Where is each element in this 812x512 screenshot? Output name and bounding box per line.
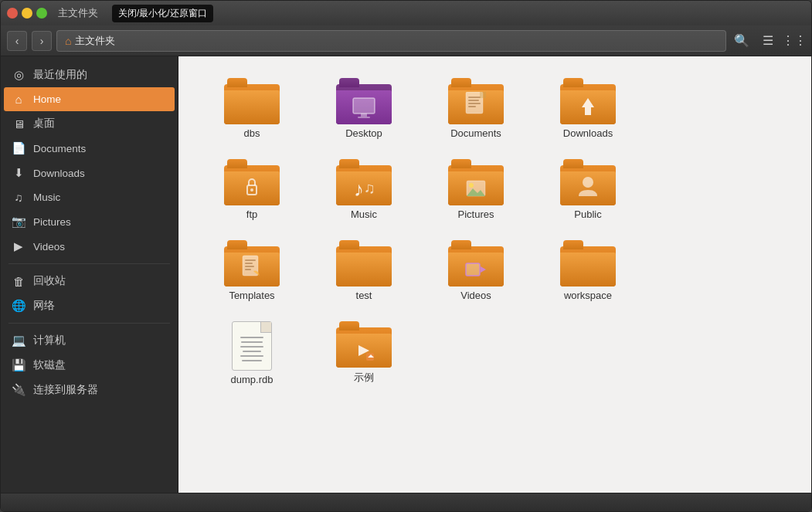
file-item-dbs[interactable]: dbs [202, 72, 302, 145]
folder-icon-desktop [336, 78, 392, 124]
file-item-test[interactable]: test [314, 234, 414, 307]
doc-icon-dump [232, 321, 272, 371]
file-item-public[interactable]: Public [538, 153, 638, 226]
file-label-test: test [356, 290, 372, 301]
folder-icon-documents [448, 78, 504, 124]
folder-icon-downloads [560, 78, 616, 124]
sidebar-item-documents[interactable]: 📄 Documents [1, 136, 178, 161]
folder-icon-dbs [224, 78, 280, 124]
sidebar-label-home: Home [33, 93, 61, 105]
file-label-workspace: workspace [564, 290, 612, 301]
file-item-music[interactable]: ♪ ♫ Music [314, 153, 414, 226]
sidebar-item-recent[interactable]: ◎ 最近使用的 [1, 63, 178, 87]
documents-icon: 📄 [12, 141, 25, 155]
toolbar-right-actions: 🔍 ☰ ⋮⋮ [731, 30, 805, 52]
sidebar-label-documents: Documents [33, 143, 86, 154]
grid-view-button[interactable]: ⋮⋮ [783, 30, 805, 52]
sidebar: ◎ 最近使用的 ⌂ Home 🖥 桌面 📄 Documents ⬇ Downlo… [1, 56, 178, 493]
window-title: 主文件夹 [58, 6, 98, 20]
location-bar[interactable]: ⌂ 主文件夹 [56, 30, 726, 52]
desktop-icon: 🖥 [12, 117, 25, 131]
sidebar-item-trash[interactable]: 🗑 回收站 [1, 269, 178, 293]
trash-icon: 🗑 [12, 275, 25, 288]
svg-rect-8 [480, 92, 486, 98]
downloads-icon: ⬇ [12, 166, 25, 180]
file-item-dump[interactable]: dump.rdb [202, 315, 302, 392]
window-tooltip: 关闭/最小化/还原窗口 [112, 5, 213, 22]
file-label-documents: Documents [450, 127, 501, 139]
file-label-videos: Videos [460, 290, 491, 301]
svg-text:♪: ♪ [354, 178, 364, 201]
file-item-templates[interactable]: Templates [202, 234, 302, 307]
sidebar-divider-2 [8, 323, 170, 324]
sidebar-item-connect[interactable]: 🔌 连接到服务器 [1, 378, 178, 402]
forward-button[interactable]: › [32, 31, 52, 51]
maximize-button[interactable] [36, 8, 47, 19]
sidebar-item-computer[interactable]: 💻 计算机 [1, 328, 178, 353]
pictures-icon: 📷 [12, 215, 25, 229]
sidebar-item-videos[interactable]: ▶ Videos [1, 234, 178, 259]
minimize-button[interactable] [22, 8, 32, 19]
file-label-pictures: Pictures [458, 209, 494, 220]
search-button[interactable]: 🔍 [731, 30, 753, 52]
svg-rect-7 [468, 106, 476, 107]
main-content: ◎ 最近使用的 ⌂ Home 🖥 桌面 📄 Documents ⬇ Downlo… [1, 56, 811, 493]
folder-icon-example [336, 321, 392, 368]
folder-icon-test [336, 240, 392, 287]
sidebar-label-connect: 连接到服务器 [33, 383, 98, 397]
floppy-icon: 💾 [12, 358, 25, 372]
connect-icon: 🔌 [12, 383, 25, 397]
file-item-videos[interactable]: Videos [426, 234, 526, 307]
network-icon: 🌐 [12, 299, 25, 313]
home-icon: ⌂ [65, 35, 71, 47]
file-label-public: Public [574, 209, 601, 220]
file-label-example: 示例 [354, 371, 374, 385]
sidebar-label-computer: 计算机 [33, 334, 66, 348]
svg-rect-1 [361, 114, 367, 117]
file-item-downloads[interactable]: Downloads [538, 72, 638, 145]
folder-icon-workspace [560, 240, 616, 287]
file-item-example[interactable]: 示例 [314, 315, 414, 392]
sidebar-item-home[interactable]: ⌂ Home [4, 87, 175, 111]
videos-icon: ▶ [12, 239, 25, 253]
list-view-button[interactable]: ☰ [757, 30, 779, 52]
svg-text:♫: ♫ [364, 179, 375, 196]
sidebar-label-music: Music [33, 192, 60, 203]
file-label-music: Music [351, 209, 377, 220]
svg-rect-0 [353, 98, 375, 114]
file-item-pictures[interactable]: Pictures [426, 153, 526, 226]
file-manager-window: 主文件夹 关闭/最小化/还原窗口 ‹ › ⌂ 主文件夹 🔍 ☰ ⋮⋮ ◎ 最近使… [0, 0, 812, 512]
file-item-workspace[interactable]: workspace [538, 234, 638, 307]
sidebar-item-floppy[interactable]: 💾 软磁盘 [1, 353, 178, 378]
svg-rect-22 [245, 269, 251, 270]
svg-rect-2 [358, 117, 370, 118]
sidebar-item-desktop[interactable]: 🖥 桌面 [1, 111, 178, 136]
sidebar-item-downloads[interactable]: ⬇ Downloads [1, 161, 178, 185]
folder-icon-templates [224, 240, 280, 287]
folder-icon-public [560, 159, 616, 205]
grid-inner: dbs [186, 72, 804, 392]
file-label-desktop: Desktop [345, 127, 382, 139]
close-button[interactable] [7, 8, 18, 19]
file-item-desktop[interactable]: Desktop [314, 72, 414, 145]
svg-rect-4 [468, 97, 481, 98]
svg-rect-23 [466, 263, 480, 276]
file-item-documents[interactable]: Documents [426, 72, 526, 145]
file-item-ftp[interactable]: ftp [202, 153, 302, 226]
sidebar-item-pictures[interactable]: 📷 Pictures [1, 209, 178, 234]
sidebar-divider-1 [8, 263, 170, 264]
sidebar-label-downloads: Downloads [33, 168, 85, 179]
music-icon: ♫ [12, 191, 25, 204]
svg-rect-21 [245, 266, 254, 267]
sidebar-label-network: 网络 [33, 299, 55, 313]
statusbar [1, 493, 811, 511]
sidebar-label-desktop: 桌面 [33, 117, 55, 131]
back-button[interactable]: ‹ [7, 31, 27, 51]
sidebar-label-floppy: 软磁盘 [33, 358, 66, 372]
sidebar-item-music[interactable]: ♫ Music [1, 185, 178, 209]
folder-icon-ftp [224, 159, 280, 205]
sidebar-item-network[interactable]: 🌐 网络 [1, 293, 178, 318]
svg-marker-9 [582, 98, 594, 115]
svg-point-15 [469, 183, 474, 188]
file-label-downloads: Downloads [563, 127, 613, 139]
